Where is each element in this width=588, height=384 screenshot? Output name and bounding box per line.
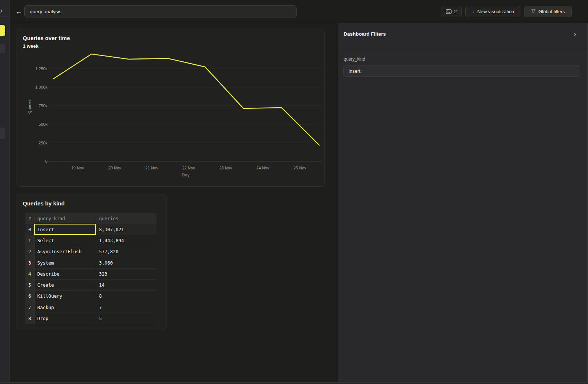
y-tick-label: 1 000k: [17, 85, 47, 90]
cell-index: 4: [25, 268, 34, 279]
cell-index: 3: [25, 257, 34, 268]
table-row: 6KillQuery8: [25, 291, 157, 302]
cell-queries[interactable]: 3,060: [96, 257, 157, 268]
dashboard-filters-panel: Dashboard Filters × query_kind: [338, 23, 588, 384]
table-row: 0Insert8,307,021: [25, 224, 157, 235]
cell-queries[interactable]: 8: [96, 291, 157, 302]
console-queries-button[interactable]: 2: [441, 6, 462, 17]
x-tick-label: 24 Nov: [248, 166, 277, 170]
cell-queries[interactable]: 577,820: [96, 246, 157, 257]
cell-index: 8: [25, 313, 34, 324]
series-line-queries: [54, 54, 319, 145]
x-tick-label: 21 Nov: [137, 166, 166, 170]
y-tick-label: 0: [17, 159, 47, 164]
table-title: Queries by kind: [23, 200, 65, 207]
console-count: 2: [454, 9, 457, 14]
cell-query-kind[interactable]: Insert: [34, 224, 96, 235]
y-tick-label: 250k: [17, 140, 47, 146]
x-tick-label: 25 Nov: [285, 166, 315, 170]
cell-index: 5: [25, 279, 34, 290]
cell-queries[interactable]: 8,307,021: [96, 224, 157, 235]
close-icon[interactable]: ×: [572, 31, 578, 38]
x-tick-label: 20 Nov: [100, 166, 129, 170]
queries-by-kind-table: #query_kindqueries 0Insert8,307,0211Sele…: [25, 213, 157, 324]
y-tick-label: 750k: [17, 103, 47, 108]
cell-index: 1: [25, 235, 34, 246]
cell-query-kind[interactable]: KillQuery: [34, 291, 96, 302]
sidebar-thumbnail[interactable]: [0, 128, 5, 139]
cell-index: 0: [25, 224, 34, 235]
cell-queries[interactable]: 5: [96, 313, 157, 324]
cell-index: 6: [25, 291, 34, 302]
back-button[interactable]: ←: [14, 7, 23, 16]
cell-query-kind[interactable]: Backup: [34, 302, 96, 313]
chart-subtitle: 1 week: [23, 43, 39, 49]
x-tick-label: 19 Nov: [63, 166, 92, 170]
cell-query-kind[interactable]: Select: [34, 235, 96, 246]
cell-index: 7: [25, 302, 34, 313]
column-header-query_kind: query_kind: [34, 213, 96, 224]
cell-queries[interactable]: 1,443,894: [96, 235, 157, 246]
cell-queries[interactable]: 14: [96, 279, 157, 290]
sidebar-strip: ↻: [0, 0, 10, 382]
divider: [338, 49, 588, 49]
sidebar-thumbnail[interactable]: [0, 44, 5, 53]
y-tick-label: 500k: [17, 122, 47, 127]
table-row: 2AsyncInsertFlush577,820: [25, 246, 157, 257]
chart-title: Queries over time: [23, 35, 70, 41]
refresh-icon[interactable]: ↻: [0, 7, 2, 14]
table-row: 7Backup7: [25, 302, 157, 313]
table-row: 3System3,060: [25, 257, 157, 268]
x-tick-label: 23 Nov: [211, 166, 240, 170]
table-row: 4Describe323: [25, 268, 157, 279]
cell-query-kind[interactable]: Drop: [34, 313, 96, 324]
x-tick-label: 22 Nov: [174, 166, 203, 170]
table-card-queries-by-kind: Queries by kind #query_kindqueries 0Inse…: [17, 194, 166, 330]
cell-query-kind[interactable]: System: [34, 257, 96, 268]
line-chart-plot[interactable]: [49, 52, 322, 161]
app-window: ↻ ← 2 + New visualization Global filters: [0, 0, 588, 384]
window-right-edge: [587, 23, 588, 382]
filter-field-label: query_kind: [344, 57, 365, 62]
y-tick-label: 1 250k: [17, 66, 47, 71]
table-row: 5Create14: [25, 279, 157, 290]
console-icon: [446, 9, 452, 14]
new-visualization-label: New visualization: [477, 9, 514, 14]
cell-queries[interactable]: 7: [96, 302, 157, 313]
chart-y-ticks: 0250k500k750k1 000k1 250k: [17, 52, 47, 161]
filters-panel-title: Dashboard Filters: [344, 31, 386, 37]
chart-card-queries-over-time: Queries over time 1 week Queries 0250k50…: [17, 29, 325, 187]
funnel-icon: [531, 9, 536, 14]
cell-index: 2: [25, 246, 34, 257]
column-header-queries: queries: [96, 213, 157, 224]
new-visualization-button[interactable]: + New visualization: [465, 6, 520, 17]
table-row: 1Select1,443,894: [25, 235, 157, 246]
chart-x-ticks: 19 Nov20 Nov21 Nov22 Nov23 Nov24 Nov25 N…: [49, 166, 322, 172]
cell-query-kind[interactable]: Create: [34, 279, 96, 290]
global-filters-label: Global filters: [538, 9, 565, 14]
window-bottom-fill: [0, 383, 588, 384]
query-kind-filter-input[interactable]: [343, 65, 580, 77]
column-header-index: #: [25, 213, 34, 224]
top-bar: ← 2 + New visualization Global filters: [10, 0, 588, 23]
cell-query-kind[interactable]: AsyncInsertFlush: [34, 246, 96, 257]
table-row: 8Drop5: [25, 313, 157, 324]
divider: [0, 17, 10, 17]
global-filters-button[interactable]: Global filters: [524, 6, 572, 17]
cell-query-kind[interactable]: Describe: [34, 268, 96, 279]
cell-queries[interactable]: 323: [96, 268, 157, 279]
dashboard-title-input[interactable]: [24, 5, 297, 18]
chart-x-axis-label: Day: [49, 172, 322, 177]
sidebar-thumbnail-selected[interactable]: [0, 25, 5, 36]
plus-icon: +: [472, 9, 475, 14]
